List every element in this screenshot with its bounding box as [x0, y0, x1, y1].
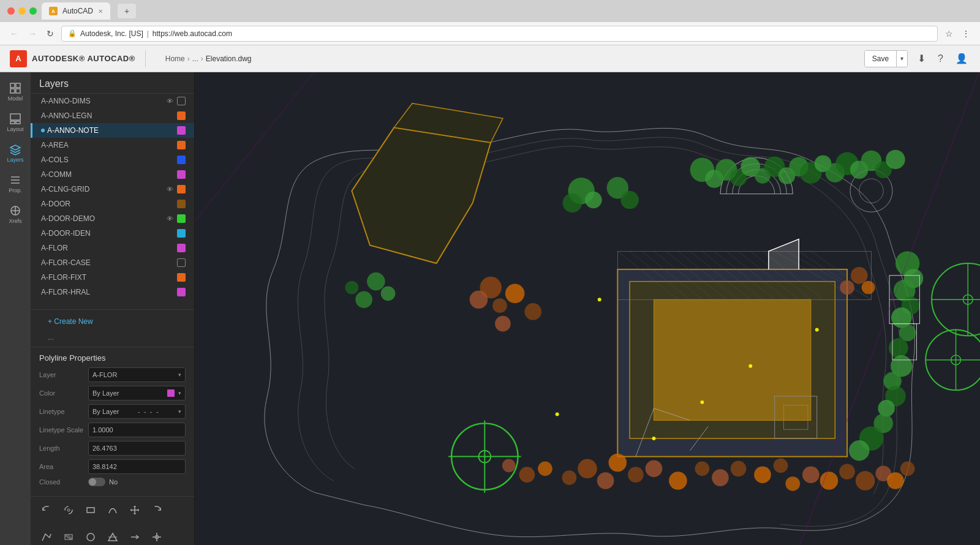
- new-tab-button[interactable]: +: [118, 4, 136, 18]
- arrow-tool[interactable]: [125, 527, 145, 545]
- create-new-button[interactable]: + Create New: [39, 312, 186, 331]
- layer-item[interactable]: A-DOOR: [31, 197, 194, 211]
- prop-length-row: Length 26.4763: [39, 441, 186, 456]
- triangle-tool[interactable]: [103, 527, 123, 545]
- layer-item[interactable]: A-COMM: [31, 167, 194, 182]
- browser-menu-button[interactable]: ⋮: [959, 26, 973, 41]
- layer-name: A-COLS: [41, 156, 177, 164]
- breadcrumb-ellipsis[interactable]: ...: [192, 55, 198, 63]
- layer-color-swatch: [177, 111, 186, 120]
- visibility-icon[interactable]: 👁: [167, 215, 173, 222]
- url-bar[interactable]: 🔒 Autodesk, Inc. [US] | https://web.auto…: [61, 26, 938, 42]
- breadcrumb-home[interactable]: Home: [165, 55, 185, 63]
- model-icon: [9, 82, 21, 94]
- arc-tool[interactable]: [59, 500, 78, 520]
- layer-color-swatch: [177, 156, 186, 164]
- redo-tool[interactable]: [147, 500, 167, 520]
- active-indicator: [41, 129, 45, 132]
- layer-item[interactable]: A-CLNG-GRID 👁: [31, 182, 194, 197]
- svg-point-131: [839, 464, 855, 479]
- layer-name: A-FLOR: [41, 244, 177, 252]
- prop-area-row: Area 38.8142: [39, 459, 186, 474]
- minimize-window-button[interactable]: [18, 7, 26, 15]
- layer-item-active[interactable]: A-ANNO-NOTE: [31, 123, 194, 138]
- back-button[interactable]: ←: [7, 26, 21, 41]
- undo-tool[interactable]: [37, 500, 56, 520]
- polyline-tool[interactable]: [37, 527, 56, 545]
- sidebar-item-properties[interactable]: Prop.: [2, 169, 29, 198]
- download-button[interactable]: ⬇: [915, 50, 928, 67]
- save-dropdown-button[interactable]: ▾: [896, 51, 907, 67]
- crosshair-tool[interactable]: [147, 527, 167, 545]
- layer-item[interactable]: A-DOOR-IDEN: [31, 226, 194, 241]
- visibility-icon[interactable]: 👁: [167, 186, 173, 193]
- toggle-switch[interactable]: [88, 478, 105, 486]
- layer-item[interactable]: A-COLS: [31, 152, 194, 167]
- help-button[interactable]: ?: [935, 51, 946, 67]
- more-button[interactable]: ...: [39, 331, 186, 344]
- layers-header: Layers: [31, 72, 194, 94]
- layer-color-swatch: [177, 97, 186, 105]
- sidebar-item-layers-label: Layers: [7, 157, 23, 163]
- tab-title: AutoCAD: [62, 7, 93, 15]
- prop-color-value: By Layer ▾: [88, 386, 186, 400]
- prop-closed-row: Closed No: [39, 478, 186, 486]
- area-value-text[interactable]: 38.8142: [88, 459, 186, 474]
- layer-item[interactable]: A-AREA: [31, 138, 194, 152]
- layer-item[interactable]: A-FLOR-FIXT: [31, 270, 194, 285]
- svg-point-129: [849, 440, 870, 461]
- layer-name: A-ANNO-DIMS: [41, 97, 167, 105]
- svg-point-96: [585, 192, 602, 209]
- sidebar-item-xrefs[interactable]: Xrefs: [2, 200, 29, 229]
- linetype-select[interactable]: By Layer - - - - ▾: [88, 404, 186, 419]
- svg-rect-5: [10, 121, 15, 124]
- autocad-brand-text: AUTODESK® AUTOCAD®: [32, 54, 135, 63]
- layer-item[interactable]: A-FLOR-HRAL: [31, 285, 194, 299]
- sidebar-item-layers[interactable]: Layers: [2, 138, 29, 168]
- layer-item[interactable]: A-FLOR: [31, 241, 194, 255]
- rectangle-tool[interactable]: [81, 500, 100, 520]
- linetype-select-text: By Layer: [92, 408, 119, 415]
- svg-point-91: [502, 459, 516, 473]
- svg-rect-2: [10, 89, 15, 93]
- length-value-text[interactable]: 26.4763: [88, 441, 186, 456]
- scale-value-text[interactable]: 1.0000: [88, 423, 186, 437]
- maximize-window-button[interactable]: [29, 7, 37, 15]
- svg-point-76: [851, 267, 868, 284]
- main-canvas[interactable]: [195, 72, 980, 545]
- properties-icon: [9, 174, 21, 186]
- layers-list: A-ANNO-DIMS 👁 A-ANNO-LEGN A-ANNO-NOTE A-…: [31, 94, 194, 309]
- layer-select[interactable]: A-FLOR ▾: [88, 367, 186, 382]
- bookmark-button[interactable]: ☆: [943, 26, 956, 41]
- svg-point-134: [856, 471, 875, 491]
- sidebar-item-layout[interactable]: Layout: [2, 108, 29, 137]
- closed-toggle[interactable]: No: [88, 478, 186, 486]
- sidebar-item-model[interactable]: Model: [2, 77, 29, 107]
- layer-color-swatch: [177, 141, 186, 149]
- prop-closed-value: No: [88, 478, 186, 486]
- autocad-logo: A AUTODESK® AUTOCAD®: [10, 50, 135, 67]
- forward-button[interactable]: →: [26, 26, 39, 41]
- user-button[interactable]: 👤: [953, 50, 970, 67]
- layer-item[interactable]: A-ANNO-DIMS 👁: [31, 94, 194, 108]
- layer-item[interactable]: A-ANNO-LEGN: [31, 108, 194, 123]
- save-button[interactable]: Save: [865, 51, 896, 67]
- breadcrumb-sep2: ›: [201, 55, 203, 63]
- move-tool[interactable]: [125, 500, 145, 520]
- layer-item[interactable]: A-DOOR-DEMO 👁: [31, 211, 194, 226]
- color-select[interactable]: By Layer ▾: [88, 386, 186, 400]
- svg-rect-4: [10, 114, 20, 120]
- svg-point-14: [67, 509, 70, 511]
- visibility-icon[interactable]: 👁: [167, 97, 173, 105]
- browser-tab[interactable]: A AutoCAD ✕: [42, 2, 110, 20]
- refresh-button[interactable]: ↻: [44, 26, 56, 41]
- close-window-button[interactable]: [7, 7, 15, 15]
- svg-point-98: [620, 191, 639, 209]
- circle-tool[interactable]: [81, 527, 100, 545]
- layer-item[interactable]: A-FLOR-CASE: [31, 255, 194, 270]
- tab-close-button[interactable]: ✕: [98, 8, 103, 15]
- svg-point-86: [695, 461, 710, 476]
- hatch-tool[interactable]: [59, 527, 78, 545]
- svg-point-89: [538, 461, 552, 476]
- curve-tool[interactable]: [103, 500, 123, 520]
